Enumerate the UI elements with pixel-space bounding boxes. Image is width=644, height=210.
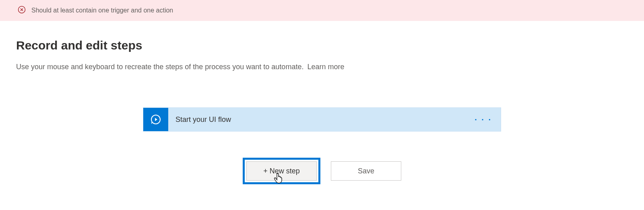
- flow-canvas: Start your UI flow · · · + New step Save: [16, 107, 628, 184]
- action-buttons: + New step Save: [243, 158, 401, 184]
- page-title: Record and edit steps: [16, 39, 628, 52]
- error-circle-icon: [18, 6, 26, 15]
- new-step-highlight: + New step: [243, 158, 320, 184]
- step-card-start[interactable]: Start your UI flow · · ·: [143, 107, 501, 132]
- save-button[interactable]: Save: [331, 161, 401, 181]
- main-content: Record and edit steps Use your mouse and…: [0, 21, 644, 192]
- record-icon: [143, 108, 168, 131]
- new-step-button[interactable]: + New step: [246, 161, 317, 181]
- error-message: Should at least contain one trigger and …: [31, 7, 173, 14]
- learn-more-link[interactable]: Learn more: [307, 63, 344, 71]
- page-description: Use your mouse and keyboard to recreate …: [16, 63, 628, 71]
- error-banner: Should at least contain one trigger and …: [0, 0, 644, 21]
- more-icon[interactable]: · · ·: [475, 115, 492, 124]
- step-title: Start your UI flow: [168, 115, 231, 124]
- description-text: Use your mouse and keyboard to recreate …: [16, 63, 303, 71]
